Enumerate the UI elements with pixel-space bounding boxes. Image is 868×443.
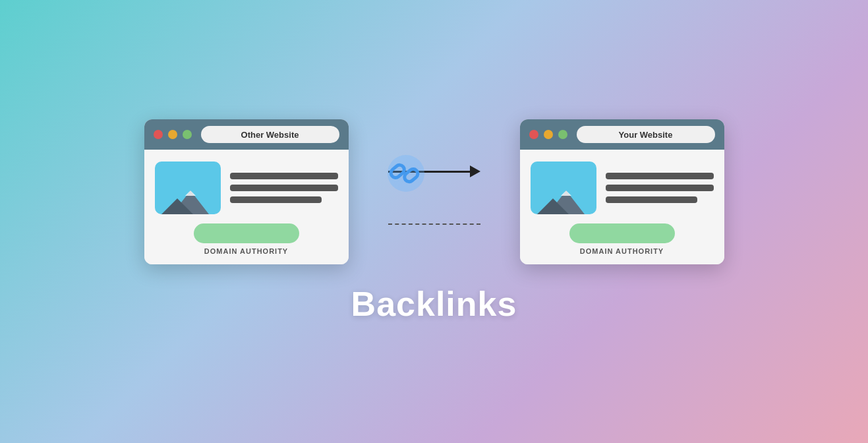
right-dot-green <box>558 130 567 139</box>
dashed-line-wrapper <box>388 223 480 225</box>
left-browser-content: DOMAIN AUTHORITY <box>144 150 349 264</box>
left-green-button <box>194 223 299 243</box>
right-content-row <box>531 162 714 214</box>
right-mountain-icon <box>531 183 596 214</box>
backlinks-title: Backlinks <box>351 284 517 324</box>
right-text-line-2 <box>606 185 714 191</box>
right-green-button <box>569 223 675 243</box>
right-url-bar: Your Website <box>577 126 715 143</box>
chain-svg <box>382 146 431 195</box>
left-domain-label: DOMAIN AUTHORITY <box>155 247 338 255</box>
chain-link-icon <box>382 146 431 198</box>
main-container: Other Website <box>144 119 724 324</box>
left-dot-orange <box>168 130 177 139</box>
left-titlebar: Other Website <box>144 119 349 150</box>
right-browser-title: Your Website <box>619 130 673 140</box>
left-text-line-2 <box>230 185 338 191</box>
left-dot-green <box>183 130 192 139</box>
left-browser-title: Other Website <box>241 130 299 140</box>
left-text-line-3 <box>230 196 322 203</box>
right-titlebar: Your Website <box>520 119 724 150</box>
arrow-head <box>470 165 480 177</box>
left-browser: Other Website <box>144 119 349 264</box>
right-dot-orange <box>544 130 553 139</box>
right-browser: Your Website <box>520 119 724 264</box>
dashed-line <box>388 223 480 225</box>
right-thumbnail <box>531 162 596 214</box>
left-thumbnail <box>155 162 221 214</box>
left-content-row <box>155 162 338 214</box>
left-dot-red <box>154 130 163 139</box>
arrow-area <box>388 152 480 231</box>
right-text-lines <box>606 162 714 214</box>
left-mountain-icon <box>155 183 221 214</box>
left-text-line-1 <box>230 173 338 179</box>
right-text-line-3 <box>606 196 697 203</box>
browsers-row: Other Website <box>144 119 724 264</box>
right-browser-content: DOMAIN AUTHORITY <box>520 150 724 264</box>
left-url-bar: Other Website <box>201 126 339 143</box>
left-text-lines <box>230 162 338 214</box>
right-dot-red <box>529 130 538 139</box>
right-text-line-1 <box>606 173 714 179</box>
right-domain-label: DOMAIN AUTHORITY <box>531 247 714 255</box>
